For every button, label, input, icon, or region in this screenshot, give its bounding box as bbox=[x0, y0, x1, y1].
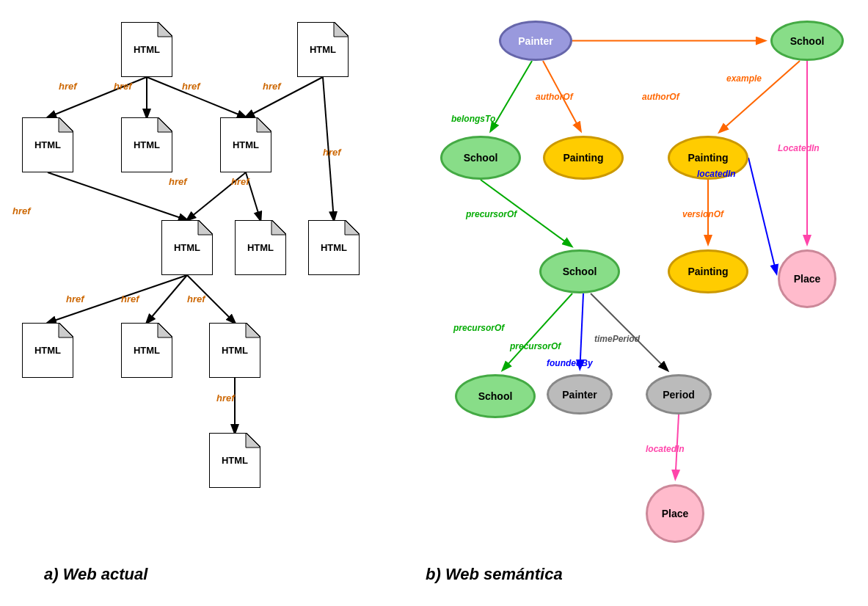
html-doc-n12: HTML bbox=[209, 433, 260, 488]
edge-label-href-n5: href bbox=[231, 176, 249, 187]
sem-edge-label-7: timePeriod bbox=[594, 334, 640, 344]
sem-edge-label-10: locatedIn bbox=[697, 169, 736, 179]
sem-edge-label-9: versionOf bbox=[682, 209, 723, 219]
html-doc-n1: HTML bbox=[121, 22, 172, 77]
edge-label-href-n6: href bbox=[121, 293, 139, 304]
html-doc-n8: HTML bbox=[308, 220, 360, 275]
edge-label-href-n1: href bbox=[114, 81, 132, 92]
svg-marker-13 bbox=[158, 22, 172, 37]
html-label: HTML bbox=[222, 345, 248, 356]
edge-label-href-n2: href bbox=[263, 81, 281, 92]
sem-node-s11: Period bbox=[646, 374, 712, 415]
svg-line-9 bbox=[147, 275, 187, 323]
html-label: HTML bbox=[34, 139, 61, 150]
svg-line-45 bbox=[580, 293, 583, 368]
svg-line-3 bbox=[246, 77, 323, 117]
svg-line-43 bbox=[748, 158, 776, 273]
sem-node-s9: School bbox=[455, 374, 536, 418]
html-doc-n4: HTML bbox=[121, 117, 172, 172]
edge-label-href-n6: href bbox=[66, 293, 84, 304]
edge-label-href-n2: href bbox=[323, 147, 341, 158]
sem-edge-label-1: authorOf bbox=[642, 92, 679, 102]
svg-line-38 bbox=[491, 61, 532, 131]
edge-label-href-n1: href bbox=[59, 81, 77, 92]
html-label: HTML bbox=[174, 242, 200, 253]
svg-marker-21 bbox=[257, 117, 271, 132]
sem-node-s4: Painting bbox=[543, 136, 624, 180]
svg-marker-29 bbox=[59, 323, 73, 337]
html-doc-n6: HTML bbox=[161, 220, 213, 275]
edge-label-href-n5: href bbox=[169, 176, 187, 187]
svg-marker-15 bbox=[334, 22, 349, 37]
svg-marker-35 bbox=[246, 433, 260, 448]
svg-marker-31 bbox=[158, 323, 172, 337]
edge-label-href-n6: href bbox=[187, 293, 205, 304]
svg-marker-17 bbox=[59, 117, 73, 132]
html-label: HTML bbox=[222, 455, 248, 466]
right-panel: b) Web semántica PainterSchoolSchoolPain… bbox=[382, 0, 868, 606]
sem-edge-label-5: precursorOf bbox=[453, 323, 504, 333]
html-doc-n7: HTML bbox=[235, 220, 286, 275]
sem-node-s10: Painter bbox=[547, 374, 613, 415]
sem-edge-label-12: locatedIn bbox=[646, 444, 685, 454]
sem-node-s7: Painting bbox=[668, 249, 748, 293]
sem-node-s12: Place bbox=[646, 484, 704, 543]
html-doc-n3: HTML bbox=[22, 117, 73, 172]
sem-edge-label-8: foundedBy bbox=[547, 358, 593, 368]
sem-node-s3: School bbox=[440, 136, 521, 180]
sem-node-s6: School bbox=[539, 249, 620, 293]
html-doc-n9: HTML bbox=[22, 323, 73, 378]
html-label: HTML bbox=[247, 242, 274, 253]
edge-label-href-n1: href bbox=[182, 81, 200, 92]
html-doc-n2: HTML bbox=[297, 22, 349, 77]
svg-line-4 bbox=[48, 172, 187, 220]
svg-line-46 bbox=[591, 293, 667, 370]
html-label: HTML bbox=[134, 345, 160, 356]
svg-marker-27 bbox=[345, 220, 360, 235]
svg-marker-19 bbox=[158, 117, 172, 132]
main-container: a) Web actual HTML HTML HTML HTML HTML H… bbox=[0, 0, 868, 606]
html-label: HTML bbox=[310, 44, 336, 55]
svg-marker-33 bbox=[246, 323, 260, 337]
sem-node-s2: School bbox=[770, 21, 844, 61]
html-label: HTML bbox=[321, 242, 347, 253]
sem-edge-label-4: precursorOf bbox=[466, 209, 517, 219]
html-label: HTML bbox=[233, 139, 259, 150]
html-label: HTML bbox=[34, 345, 61, 356]
html-doc-n10: HTML bbox=[121, 323, 172, 378]
sem-edge-label-2: example bbox=[726, 73, 762, 84]
sem-edge-label-0: authorOf bbox=[536, 92, 573, 102]
left-panel: a) Web actual HTML HTML HTML HTML HTML H… bbox=[0, 0, 382, 606]
left-caption: a) Web actual bbox=[44, 565, 147, 584]
edge-label-href-n11: href bbox=[216, 393, 235, 404]
sem-edge-label-11: LocatedIn bbox=[778, 143, 820, 153]
svg-marker-23 bbox=[198, 220, 213, 235]
html-doc-n5: HTML bbox=[220, 117, 271, 172]
sem-edge-label-6: precursorOf bbox=[510, 341, 561, 351]
sem-edge-label-3: belongsTo bbox=[451, 114, 495, 124]
right-caption: b) Web semántica bbox=[426, 565, 563, 584]
svg-line-39 bbox=[720, 61, 800, 132]
html-label: HTML bbox=[134, 139, 160, 150]
edge-label-href-n3: href bbox=[12, 205, 31, 216]
html-label: HTML bbox=[134, 44, 160, 55]
sem-node-s8: Place bbox=[778, 249, 836, 308]
svg-marker-25 bbox=[271, 220, 286, 235]
html-doc-n11: HTML bbox=[209, 323, 260, 378]
sem-node-s1: Painter bbox=[499, 21, 572, 61]
